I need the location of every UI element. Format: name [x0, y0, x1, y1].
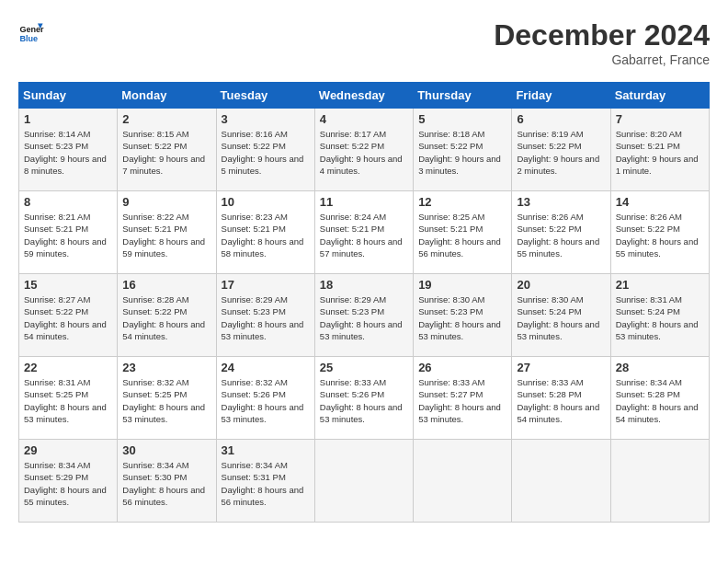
day-number: 13 [517, 195, 605, 209]
day-number: 19 [418, 278, 506, 292]
logo: General Blue [18, 18, 44, 44]
weekday-header: Sunday [19, 83, 118, 109]
day-detail: Sunrise: 8:31 AMSunset: 5:25 PMDaylight:… [24, 377, 107, 424]
logo-icon: General Blue [18, 18, 44, 44]
calendar-cell [512, 440, 610, 523]
day-number: 28 [616, 361, 704, 374]
weekday-header: Wednesday [314, 83, 413, 109]
day-detail: Sunrise: 8:32 AMSunset: 5:25 PMDaylight:… [122, 377, 205, 424]
day-detail: Sunrise: 8:28 AMSunset: 5:22 PMDaylight:… [122, 294, 205, 341]
day-number: 20 [517, 278, 605, 292]
calendar-cell [414, 440, 512, 523]
day-number: 26 [418, 361, 506, 374]
day-number: 2 [122, 112, 210, 126]
day-detail: Sunrise: 8:33 AMSunset: 5:27 PMDaylight:… [418, 377, 501, 424]
day-number: 18 [320, 278, 408, 292]
calendar-cell: 6 Sunrise: 8:19 AMSunset: 5:22 PMDayligh… [512, 109, 610, 191]
calendar-cell: 17 Sunrise: 8:29 AMSunset: 5:23 PMDaylig… [216, 274, 314, 357]
calendar-cell: 8 Sunrise: 8:21 AMSunset: 5:21 PMDayligh… [19, 191, 118, 274]
day-number: 24 [222, 361, 310, 374]
calendar-cell: 14 Sunrise: 8:26 AMSunset: 5:22 PMDaylig… [610, 191, 709, 274]
calendar-cell: 25 Sunrise: 8:33 AMSunset: 5:26 PMDaylig… [314, 357, 413, 440]
calendar-cell: 19 Sunrise: 8:30 AMSunset: 5:23 PMDaylig… [414, 274, 512, 357]
calendar-cell: 24 Sunrise: 8:32 AMSunset: 5:26 PMDaylig… [216, 357, 314, 440]
day-number: 29 [24, 443, 112, 457]
calendar-cell: 15 Sunrise: 8:27 AMSunset: 5:22 PMDaylig… [19, 274, 118, 357]
day-number: 17 [222, 278, 310, 292]
day-number: 31 [222, 443, 310, 457]
calendar-week-row: 22 Sunrise: 8:31 AMSunset: 5:25 PMDaylig… [19, 357, 710, 440]
day-detail: Sunrise: 8:22 AMSunset: 5:21 PMDaylight:… [122, 212, 205, 259]
weekday-header: Monday [118, 83, 216, 109]
day-detail: Sunrise: 8:15 AMSunset: 5:22 PMDaylight:… [122, 129, 205, 176]
calendar-cell: 28 Sunrise: 8:34 AMSunset: 5:28 PMDaylig… [610, 357, 709, 440]
day-detail: Sunrise: 8:34 AMSunset: 5:29 PMDaylight:… [24, 460, 107, 507]
day-number: 9 [122, 195, 210, 209]
svg-text:Blue: Blue [19, 34, 38, 43]
day-detail: Sunrise: 8:30 AMSunset: 5:24 PMDaylight:… [517, 294, 599, 341]
day-detail: Sunrise: 8:34 AMSunset: 5:30 PMDaylight:… [122, 460, 205, 507]
day-detail: Sunrise: 8:32 AMSunset: 5:26 PMDaylight:… [222, 377, 304, 424]
day-detail: Sunrise: 8:26 AMSunset: 5:22 PMDaylight:… [616, 212, 699, 259]
day-number: 25 [320, 361, 408, 374]
day-detail: Sunrise: 8:33 AMSunset: 5:26 PMDaylight:… [320, 377, 403, 424]
calendar-cell: 26 Sunrise: 8:33 AMSunset: 5:27 PMDaylig… [414, 357, 512, 440]
day-number: 11 [320, 195, 408, 209]
day-number: 10 [222, 195, 310, 209]
calendar-week-row: 29 Sunrise: 8:34 AMSunset: 5:29 PMDaylig… [19, 440, 710, 523]
weekday-header: Tuesday [216, 83, 314, 109]
month-year-title: December 2024 [494, 18, 710, 52]
day-number: 4 [320, 112, 408, 126]
calendar-cell: 21 Sunrise: 8:31 AMSunset: 5:24 PMDaylig… [610, 274, 709, 357]
day-detail: Sunrise: 8:27 AMSunset: 5:22 PMDaylight:… [24, 294, 107, 341]
weekday-header-row: SundayMondayTuesdayWednesdayThursdayFrid… [19, 83, 710, 109]
day-number: 3 [222, 112, 310, 126]
calendar-cell: 20 Sunrise: 8:30 AMSunset: 5:24 PMDaylig… [512, 274, 610, 357]
calendar-cell: 12 Sunrise: 8:25 AMSunset: 5:21 PMDaylig… [414, 191, 512, 274]
day-detail: Sunrise: 8:14 AMSunset: 5:23 PMDaylight:… [24, 129, 107, 176]
day-number: 1 [24, 112, 112, 126]
weekday-header: Thursday [414, 83, 512, 109]
calendar-cell [314, 440, 413, 523]
calendar-cell: 16 Sunrise: 8:28 AMSunset: 5:22 PMDaylig… [118, 274, 216, 357]
day-detail: Sunrise: 8:30 AMSunset: 5:23 PMDaylight:… [418, 294, 501, 341]
title-block: December 2024 Gabarret, France [494, 18, 710, 67]
calendar-week-row: 1 Sunrise: 8:14 AMSunset: 5:23 PMDayligh… [19, 109, 710, 191]
calendar-cell: 5 Sunrise: 8:18 AMSunset: 5:22 PMDayligh… [414, 109, 512, 191]
calendar-cell: 22 Sunrise: 8:31 AMSunset: 5:25 PMDaylig… [19, 357, 118, 440]
day-detail: Sunrise: 8:16 AMSunset: 5:22 PMDaylight:… [222, 129, 304, 176]
calendar-cell: 18 Sunrise: 8:29 AMSunset: 5:23 PMDaylig… [314, 274, 413, 357]
calendar-week-row: 15 Sunrise: 8:27 AMSunset: 5:22 PMDaylig… [19, 274, 710, 357]
day-number: 15 [24, 278, 112, 292]
day-number: 12 [418, 195, 506, 209]
weekday-header: Friday [512, 83, 610, 109]
calendar-table: SundayMondayTuesdayWednesdayThursdayFrid… [18, 82, 710, 523]
day-detail: Sunrise: 8:17 AMSunset: 5:22 PMDaylight:… [320, 129, 403, 176]
calendar-cell: 29 Sunrise: 8:34 AMSunset: 5:29 PMDaylig… [19, 440, 118, 523]
day-detail: Sunrise: 8:25 AMSunset: 5:21 PMDaylight:… [418, 212, 501, 259]
day-number: 14 [616, 195, 704, 209]
calendar-cell: 27 Sunrise: 8:33 AMSunset: 5:28 PMDaylig… [512, 357, 610, 440]
calendar-cell: 30 Sunrise: 8:34 AMSunset: 5:30 PMDaylig… [118, 440, 216, 523]
day-number: 21 [616, 278, 704, 292]
calendar-cell: 7 Sunrise: 8:20 AMSunset: 5:21 PMDayligh… [610, 109, 709, 191]
day-number: 8 [24, 195, 112, 209]
day-number: 16 [122, 278, 210, 292]
day-detail: Sunrise: 8:34 AMSunset: 5:31 PMDaylight:… [222, 460, 304, 507]
day-detail: Sunrise: 8:23 AMSunset: 5:21 PMDaylight:… [222, 212, 304, 259]
day-detail: Sunrise: 8:29 AMSunset: 5:23 PMDaylight:… [222, 294, 304, 341]
day-number: 22 [24, 361, 112, 374]
calendar-cell [610, 440, 709, 523]
calendar-cell: 4 Sunrise: 8:17 AMSunset: 5:22 PMDayligh… [314, 109, 413, 191]
calendar-cell: 13 Sunrise: 8:26 AMSunset: 5:22 PMDaylig… [512, 191, 610, 274]
calendar-week-row: 8 Sunrise: 8:21 AMSunset: 5:21 PMDayligh… [19, 191, 710, 274]
day-detail: Sunrise: 8:26 AMSunset: 5:22 PMDaylight:… [517, 212, 599, 259]
location-subtitle: Gabarret, France [494, 52, 710, 67]
calendar-cell: 31 Sunrise: 8:34 AMSunset: 5:31 PMDaylig… [216, 440, 314, 523]
day-detail: Sunrise: 8:21 AMSunset: 5:21 PMDaylight:… [24, 212, 107, 259]
calendar-cell: 3 Sunrise: 8:16 AMSunset: 5:22 PMDayligh… [216, 109, 314, 191]
weekday-header: Saturday [610, 83, 709, 109]
day-number: 7 [616, 112, 704, 126]
day-detail: Sunrise: 8:20 AMSunset: 5:21 PMDaylight:… [616, 129, 699, 176]
day-number: 30 [122, 443, 210, 457]
